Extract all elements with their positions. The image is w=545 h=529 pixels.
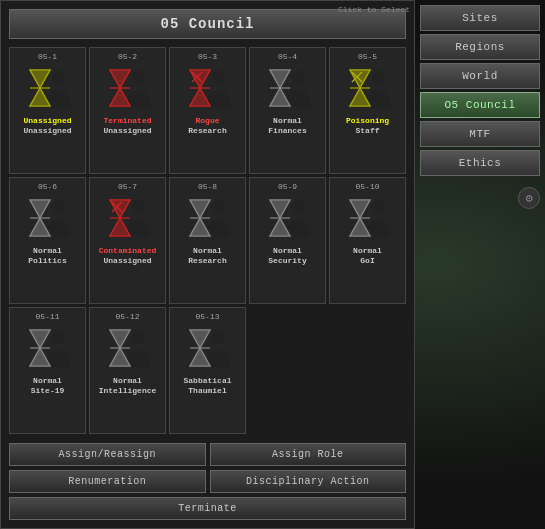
ethics-button[interactable]: Ethics [420,150,540,176]
agent-id-label: 05-7 [118,182,137,191]
svg-point-46 [292,200,304,214]
svg-marker-20 [271,89,289,105]
svg-marker-64 [111,349,129,365]
agent-card-0512[interactable]: 05-12 NormalIntelligence [89,307,166,434]
agent-status: Normal [193,246,222,256]
agent-card-054[interactable]: 05-4 NormalFinances [249,47,326,174]
world-button[interactable]: World [420,63,540,89]
agent-card-058[interactable]: 05-8 NormalResearch [169,177,246,304]
agent-id-label: 05-6 [38,182,57,191]
svg-point-22 [372,70,384,84]
svg-marker-53 [351,201,369,217]
svg-marker-13 [191,89,209,105]
svg-marker-19 [271,71,289,87]
agent-icon [102,62,154,114]
agent-status: Terminated [103,116,151,126]
svg-point-17 [292,70,304,84]
agents-grid: 05-1 UnassignedUnassigned05-2 Terminated… [1,44,414,437]
svg-point-0 [52,70,64,84]
agent-role: Unassigned [23,126,71,136]
svg-marker-8 [111,89,129,105]
agent-role: Politics [28,256,66,266]
agent-icon [182,192,234,244]
agent-card-0511[interactable]: 05-11 NormalSite-19 [9,307,86,434]
agent-status: Normal [273,246,302,256]
actions-grid: Assign/ReassignAssign RoleRenumerationDi… [9,443,406,520]
svg-marker-25 [351,89,369,105]
agent-id-label: 05-5 [358,52,377,61]
agent-status: Normal [113,376,142,386]
agent-role: Security [268,256,306,266]
svg-point-10 [212,70,224,84]
assign-role-button[interactable]: Assign Role [210,443,407,466]
regions-button[interactable]: Regions [420,34,540,60]
agent-status: Normal [33,246,62,256]
agent-icon [182,62,234,114]
agent-card-0510[interactable]: 05-10 NormalGoI [329,177,406,304]
agent-card-056[interactable]: 05-6 NormalPolitics [9,177,86,304]
svg-marker-68 [191,331,209,347]
agent-icon [102,322,154,374]
svg-marker-54 [351,219,369,235]
agent-status: Normal [353,246,382,256]
mtf-button[interactable]: MTF [420,121,540,147]
agent-id-label: 05-10 [355,182,379,191]
agent-icon [262,62,314,114]
agent-status: Poisoning [346,116,389,126]
agent-role: GoI [360,256,374,266]
terminate-button[interactable]: Terminate [9,497,406,520]
agent-status: Contaminated [99,246,157,256]
agent-icon [22,192,74,244]
agent-card-051[interactable]: 05-1 UnassignedUnassigned [9,47,86,174]
agent-id-label: 05-3 [198,52,217,61]
agent-icon [342,192,394,244]
svg-point-29 [52,200,64,214]
renumeration-button[interactable]: Renumeration [9,470,206,493]
left-panel: 05 Council 05-1 UnassignedUnassigned05-2… [0,0,415,529]
svg-point-56 [52,330,64,344]
agent-role: Thaumiel [188,386,226,396]
agent-id-label: 05-13 [195,312,219,321]
disciplinary-action-button[interactable]: Disciplinary Action [210,470,407,493]
svg-point-66 [212,330,224,344]
agent-status: Unassigned [23,116,71,126]
agent-id-label: 05-2 [118,52,137,61]
agent-role: Intelligence [99,386,157,396]
agent-icon [262,192,314,244]
assign-reassign-button[interactable]: Assign/Reassign [9,443,206,466]
agent-card-052[interactable]: 05-2 TerminatedUnassigned [89,47,166,174]
gear-button[interactable]: ⚙ [518,187,540,209]
agent-id-label: 05-8 [198,182,217,191]
svg-marker-48 [271,201,289,217]
svg-marker-49 [271,219,289,235]
o5council-button[interactable]: O5 Council [420,92,540,118]
agent-icon [102,192,154,244]
agent-id-label: 05-11 [35,312,59,321]
agent-icon [342,62,394,114]
svg-marker-32 [31,219,49,235]
svg-point-34 [132,200,144,214]
svg-point-61 [132,330,144,344]
agent-card-057[interactable]: 05-7 ContaminatedUnassigned [89,177,166,304]
main-container: 05 Council 05-1 UnassignedUnassigned05-2… [0,0,545,529]
svg-point-51 [372,200,384,214]
agent-role: Research [188,256,226,266]
agent-status: Rogue [195,116,219,126]
agent-card-0513[interactable]: 05-13 SabbaticalThaumiel [169,307,246,434]
svg-marker-58 [31,331,49,347]
agent-icon [22,62,74,114]
svg-point-5 [132,70,144,84]
agent-status: Sabbatical [183,376,231,386]
svg-marker-31 [31,201,49,217]
svg-marker-63 [111,331,129,347]
svg-marker-2 [31,71,49,87]
agent-card-055[interactable]: 05-5 PoisoningStaff [329,47,406,174]
agent-id-label: 05-4 [278,52,297,61]
agent-card-059[interactable]: 05-9 NormalSecurity [249,177,326,304]
actions-panel: Assign/ReassignAssign RoleRenumerationDi… [1,437,414,528]
agent-icon [22,322,74,374]
agent-card-053[interactable]: 05-3 RogueResearch [169,47,246,174]
svg-marker-44 [191,219,209,235]
svg-point-41 [212,200,224,214]
sites-button[interactable]: Sites [420,5,540,31]
